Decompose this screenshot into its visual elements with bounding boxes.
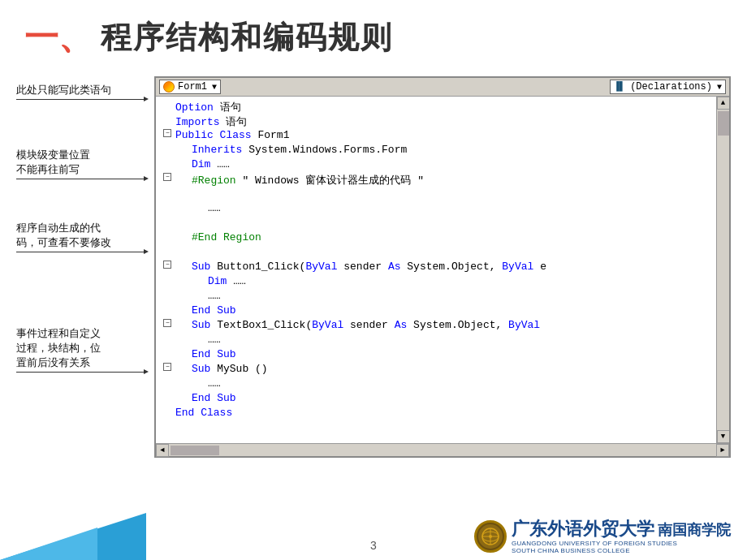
code-line-22: End Class — [158, 407, 715, 421]
code-line-18: End Sub — [158, 348, 715, 363]
code-line-6: － #Region " Windows 窗体设计器生成的代码 " — [158, 173, 715, 187]
university-english-line2: SOUTH CHINA BUSINESS COLLEGE — [512, 547, 630, 554]
ide-code-area[interactable]: Option 语句 Imports 语句 － Public Class Form… — [156, 97, 716, 443]
annotation-4-text: 事件过程和自定义过程，块结构，位置前后没有关系 — [16, 326, 136, 370]
code-line-19: － Sub MySub () — [158, 363, 715, 377]
code-line-5: Dim …… — [158, 158, 715, 173]
code-line-2: Imports 语句 — [158, 114, 715, 129]
section-number: 一、 — [24, 15, 93, 60]
combo2-arrow-icon: ▼ — [717, 83, 722, 92]
scrollbar-thumb-v[interactable] — [718, 111, 729, 136]
annotation-1-text: 此处只能写此类语句 — [16, 83, 136, 97]
code-line-13: Dim …… — [158, 275, 715, 290]
university-chinese-name: 广东外语外贸大学 — [512, 519, 654, 540]
margin-3: － — [161, 129, 175, 137]
collapse-icon-class[interactable]: － — [163, 129, 171, 137]
code-line-21: End Sub — [158, 392, 715, 407]
scrollbar-left-btn[interactable]: ◄ — [156, 444, 169, 457]
annotation-3-text: 程序自动生成的代码，可查看不要修改 — [16, 221, 136, 250]
code-line-20: …… — [158, 377, 715, 392]
ide-object-combo[interactable]: Form1 ▼ — [159, 80, 221, 94]
code-text-6: #Region " Windows 窗体设计器生成的代码 " — [175, 173, 711, 187]
ide-vertical-scrollbar[interactable]: ▲ ▼ — [716, 97, 729, 443]
code-text-2: Imports 语句 — [175, 114, 711, 129]
collapse-icon-sub1[interactable]: － — [163, 261, 171, 269]
logo-emblem — [474, 520, 507, 553]
scrollbar-track-h — [169, 444, 716, 456]
code-line-11 — [158, 246, 715, 261]
code-text-11 — [175, 246, 711, 258]
margin-12: － — [161, 261, 175, 269]
ide-object-label: Form1 — [178, 81, 207, 93]
code-text-8: …… — [175, 202, 711, 214]
code-text-18: End Sub — [175, 348, 711, 360]
main-content: 此处只能写此类语句 模块级变量位置不能再往前写 程序自动生成的代码，可查看不要修… — [0, 68, 747, 466]
ide-proc-combo[interactable]: ▐▌ (Declarations) ▼ — [610, 80, 726, 94]
ide-window: Form1 ▼ ▐▌ (Declarations) ▼ Option 语句 — [154, 76, 731, 458]
code-text-9 — [175, 217, 711, 229]
annotation-2-text: 模块级变量位置不能再往前写 — [16, 148, 136, 177]
triangle-right — [0, 528, 97, 560]
code-text-15: End Sub — [175, 304, 711, 317]
university-sub-name: 南国商学院 — [658, 520, 731, 540]
code-text-12: Sub Button1_Click(ByVal sender As System… — [175, 261, 711, 273]
code-text-3: Public Class Form1 — [175, 129, 711, 141]
collapse-icon-region[interactable]: － — [163, 173, 171, 181]
code-text-21: End Sub — [175, 392, 711, 404]
annotations-panel: 此处只能写此类语句 模块级变量位置不能再往前写 程序自动生成的代码，可查看不要修… — [16, 76, 142, 450]
annotation-3: 程序自动生成的代码，可查看不要修改 — [16, 221, 136, 252]
code-text-10: #End Region — [175, 231, 711, 243]
code-line-15: End Sub — [158, 304, 715, 319]
code-text-4: Inherits System.Windows.Forms.Form — [175, 144, 711, 156]
combo1-arrow-icon: ▼ — [212, 83, 217, 92]
code-line-9 — [158, 217, 715, 231]
svg-point-5 — [489, 535, 492, 538]
annotation-1: 此处只能写此类语句 — [16, 83, 136, 100]
code-line-17: …… — [158, 334, 715, 348]
code-line-12: － Sub Button1_Click(ByVal sender As Syst… — [158, 261, 715, 275]
code-text-7 — [175, 187, 711, 200]
page-footer: 广东外语外贸大学 南国商学院 GUANGDONG UNIVERSITY OF F… — [0, 513, 747, 560]
code-text-19: Sub MySub () — [175, 363, 711, 375]
code-line-8: …… — [158, 202, 715, 217]
collapse-icon-sub2[interactable]: － — [163, 319, 171, 327]
ide-horizontal-scrollbar[interactable]: ◄ ► — [156, 443, 729, 456]
university-english-line1: GUANGDONG UNIVERSITY OF FOREIGN STUDIES — [512, 540, 677, 547]
ide-proc-label: (Declarations) — [630, 81, 712, 93]
margin-19: － — [161, 363, 175, 371]
university-logo: 广东外语外贸大学 南国商学院 GUANGDONG UNIVERSITY OF F… — [474, 519, 731, 554]
code-line-10: #End Region — [158, 231, 715, 246]
ide-body: Option 语句 Imports 语句 － Public Class Form… — [156, 97, 729, 443]
collapse-icon-sub3[interactable]: － — [163, 363, 171, 371]
code-line-4: Inherits System.Windows.Forms.Form — [158, 144, 715, 158]
code-line-7 — [158, 187, 715, 202]
ide-toolbar: Form1 ▼ ▐▌ (Declarations) ▼ — [156, 78, 729, 97]
code-text-16: Sub TextBox1_Click(ByVal sender As Syste… — [175, 319, 711, 331]
page-title: 程序结构和编码规则 — [101, 17, 393, 58]
code-text-20: …… — [175, 377, 711, 390]
code-line-3: － Public Class Form1 — [158, 129, 715, 144]
declarations-book-icon: ▐▌ — [614, 81, 625, 93]
code-text-17: …… — [175, 334, 711, 346]
annotation-2: 模块级变量位置不能再往前写 — [16, 148, 136, 179]
code-line-1: Option 语句 — [158, 100, 715, 114]
annotation-4: 事件过程和自定义过程，块结构，位置前后没有关系 — [16, 326, 136, 373]
code-text-13: Dim …… — [175, 275, 711, 287]
form-icon — [163, 81, 175, 93]
code-line-16: － Sub TextBox1_Click(ByVal sender As Sys… — [158, 319, 715, 334]
margin-16: － — [161, 319, 175, 327]
page-header: 一、 程序结构和编码规则 — [0, 0, 747, 68]
scrollbar-thumb-h[interactable] — [171, 446, 219, 455]
code-text-1: Option 语句 — [175, 100, 711, 114]
margin-6: － — [161, 173, 175, 181]
page-number: 3 — [370, 539, 377, 552]
code-text-22: End Class — [175, 407, 711, 419]
scrollbar-down-btn[interactable]: ▼ — [717, 430, 730, 443]
code-line-14: …… — [158, 290, 715, 304]
scrollbar-up-btn[interactable]: ▲ — [717, 97, 730, 110]
university-name-block: 广东外语外贸大学 南国商学院 GUANGDONG UNIVERSITY OF F… — [512, 519, 731, 554]
code-text-5: Dim …… — [175, 158, 711, 170]
scrollbar-right-btn[interactable]: ► — [716, 444, 729, 457]
code-text-14: …… — [175, 290, 711, 302]
